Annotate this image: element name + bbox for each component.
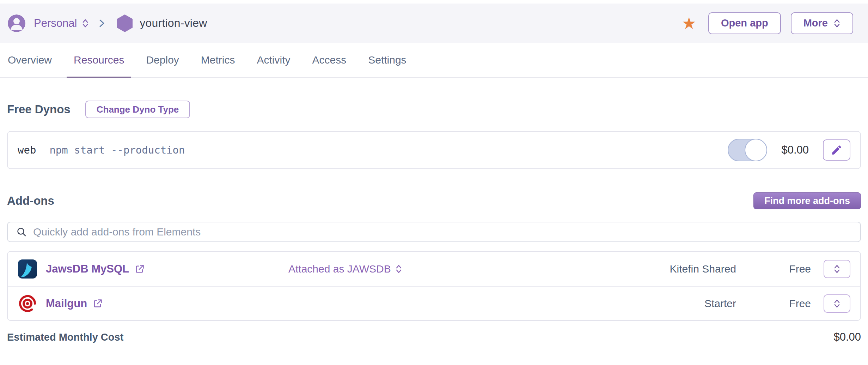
tab-label: Metrics <box>201 54 235 66</box>
app-title: yourtion-view <box>140 17 207 30</box>
toggle-knob <box>745 139 767 161</box>
external-link-icon <box>135 264 145 274</box>
find-more-addons-label: Find more add-ons <box>764 196 850 207</box>
change-dyno-type-label: Change Dyno Type <box>97 104 179 115</box>
dyno-controls: $0.00 <box>728 139 850 161</box>
addon-plan-select-button[interactable] <box>824 294 850 313</box>
addons-footer: Estimated Monthly Cost $0.00 <box>7 331 861 343</box>
breadcrumb: Personal yourtion-view <box>8 13 207 33</box>
tab-label: Access <box>312 54 347 66</box>
person-icon <box>8 14 25 32</box>
magnifier-icon <box>16 227 27 237</box>
attachment-label: Attached as JAWSDB <box>288 263 391 275</box>
tab-label: Resources <box>74 54 124 66</box>
open-app-button[interactable]: Open app <box>708 12 781 34</box>
pencil-icon <box>831 144 843 156</box>
addons-list: JawsDB MySQL Attached as JAWSDB Kitefin … <box>7 251 861 321</box>
account-switcher[interactable]: Personal <box>34 17 89 30</box>
account-name: Personal <box>34 17 77 30</box>
tab-label: Deploy <box>146 54 179 66</box>
chevron-updown-icon <box>82 18 89 29</box>
estimated-cost-label: Estimated Monthly Cost <box>7 331 123 343</box>
chevron-updown-icon <box>833 298 841 309</box>
addon-name: JawsDB MySQL <box>46 263 129 275</box>
process-command: npm start --production <box>49 144 185 156</box>
tab-access[interactable]: Access <box>305 43 354 77</box>
user-avatar[interactable] <box>8 14 25 32</box>
process-name: web <box>18 144 36 156</box>
dyno-cost: $0.00 <box>781 144 809 156</box>
window-top-strip <box>0 0 868 4</box>
favorite-star-icon[interactable]: ★ <box>682 15 696 31</box>
find-more-addons-button[interactable]: Find more add-ons <box>753 192 861 209</box>
chevron-updown-icon <box>395 264 402 274</box>
addons-search-input[interactable] <box>33 226 852 238</box>
addon-row-mailgun: Mailgun Starter Free <box>8 286 860 320</box>
tab-resources[interactable]: Resources <box>67 43 131 77</box>
mailgun-at-icon <box>18 294 37 313</box>
tab-metrics[interactable]: Metrics <box>194 43 242 77</box>
dynos-section-head: Free Dynos Change Dyno Type <box>7 101 861 118</box>
addon-plan: Starter <box>704 298 736 310</box>
chevron-updown-icon <box>833 264 841 274</box>
addons-section-head: Add-ons Find more add-ons <box>7 192 861 209</box>
tab-settings[interactable]: Settings <box>361 43 413 77</box>
more-button[interactable]: More <box>791 12 853 34</box>
dynos-heading: Free Dynos <box>7 103 71 116</box>
tab-label: Activity <box>257 54 291 66</box>
external-link-icon <box>93 299 103 309</box>
addon-row-jawsdb: JawsDB MySQL Attached as JAWSDB Kitefin … <box>8 252 860 286</box>
dyno-toggle[interactable] <box>728 139 767 161</box>
addon-link-mailgun[interactable]: Mailgun <box>46 297 103 310</box>
tab-activity[interactable]: Activity <box>250 43 298 77</box>
tab-label: Overview <box>8 54 52 66</box>
addon-link-jawsdb[interactable]: JawsDB MySQL <box>46 263 145 275</box>
addons-search-bar <box>7 222 861 242</box>
app-tabbar: Overview Resources Deploy Metrics Activi… <box>0 43 868 78</box>
addons-heading: Add-ons <box>7 194 54 208</box>
attachment-select[interactable]: Attached as JAWSDB <box>288 263 402 275</box>
resources-page: Free Dynos Change Dyno Type web npm star… <box>0 101 868 343</box>
tab-overview[interactable]: Overview <box>1 43 59 77</box>
header-actions: ★ Open app More <box>682 12 853 34</box>
chevron-right-icon <box>98 18 106 29</box>
addon-name: Mailgun <box>46 297 87 310</box>
addon-plan-select-button[interactable] <box>824 260 850 278</box>
app-header: Personal yourtion-view ★ Open app More <box>0 4 868 43</box>
addon-price: Free <box>736 298 811 310</box>
tab-label: Settings <box>368 54 406 66</box>
hexagon-icon <box>115 13 135 33</box>
chevron-updown-icon <box>833 18 841 29</box>
change-dyno-type-button[interactable]: Change Dyno Type <box>85 101 190 118</box>
more-label: More <box>803 17 828 29</box>
addon-price: Free <box>736 263 811 275</box>
tab-deploy[interactable]: Deploy <box>139 43 186 77</box>
edit-dyno-button[interactable] <box>823 139 850 161</box>
dyno-row: web npm start --production $0.00 <box>7 131 861 169</box>
addon-plan: Kitefin Shared <box>670 263 736 275</box>
open-app-label: Open app <box>721 17 768 29</box>
estimated-cost-value: $0.00 <box>833 331 861 343</box>
jawsdb-shark-icon <box>18 259 37 279</box>
